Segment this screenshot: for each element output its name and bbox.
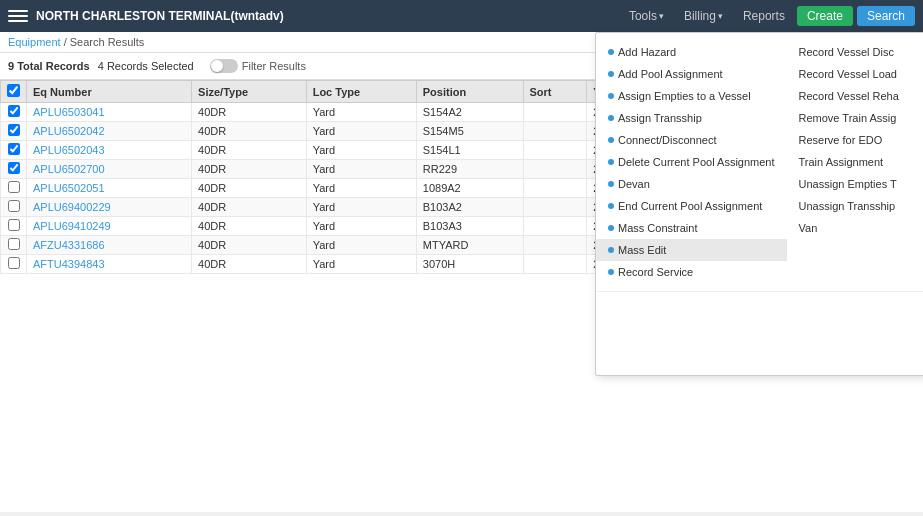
menu-item[interactable]: End Current Pool Assignment [596, 195, 787, 217]
row-checkbox-cell [1, 217, 27, 236]
menu-item-label: Assign Transship [618, 112, 702, 124]
header-size-type: Size/Type [192, 81, 307, 103]
row-checkbox[interactable] [8, 162, 20, 174]
breadcrumb-search-results: Search Results [70, 36, 145, 48]
cell-position: MTYARD [416, 236, 523, 255]
cell-sort [523, 141, 587, 160]
row-checkbox[interactable] [8, 143, 20, 155]
cell-position: S154L1 [416, 141, 523, 160]
menu-item[interactable]: Connect/Disconnect [596, 129, 787, 151]
row-checkbox-cell [1, 179, 27, 198]
cell-position: S154M5 [416, 122, 523, 141]
menu-item[interactable]: Record Service [596, 261, 787, 283]
menu-item[interactable]: Assign Empties to a Vessel [596, 85, 787, 107]
row-checkbox[interactable] [8, 238, 20, 250]
row-checkbox[interactable] [8, 200, 20, 212]
search-button[interactable]: Search [857, 6, 915, 26]
menu-item[interactable]: Unassign Empties T [787, 173, 923, 195]
tools-dropdown-arrow: ▾ [659, 11, 664, 21]
row-checkbox[interactable] [8, 105, 20, 117]
menu-item[interactable]: Assign Transship [596, 107, 787, 129]
menu-column-2: Record Vessel DiscRecord Vessel LoadReco… [787, 37, 923, 287]
select-all-checkbox[interactable] [7, 84, 20, 97]
filter-toggle-switch[interactable] [210, 59, 238, 73]
row-checkbox[interactable] [8, 181, 20, 193]
cell-sort [523, 236, 587, 255]
header-loc-type: Loc Type [306, 81, 416, 103]
menu-item-label: Reserve for EDO [799, 134, 883, 146]
menu-bullet [608, 49, 614, 55]
row-checkbox[interactable] [8, 219, 20, 231]
menu-item[interactable]: Unassign Transship [787, 195, 923, 217]
row-checkbox[interactable] [8, 257, 20, 269]
cell-position: 3070H [416, 255, 523, 274]
dropdown-bottom-area [596, 291, 923, 371]
menu-item[interactable]: Record Vessel Reha [787, 85, 923, 107]
nav-items: Tools ▾ Billing ▾ Reports Create Search [621, 5, 915, 27]
menu-bullet [608, 93, 614, 99]
cell-loc-type: Yard [306, 141, 416, 160]
cell-size-type: 40DR [192, 217, 307, 236]
menu-bullet [608, 181, 614, 187]
nav-billing[interactable]: Billing ▾ [676, 5, 731, 27]
cell-eq-number: APLU6502700 [27, 160, 192, 179]
row-checkbox-cell [1, 103, 27, 122]
row-checkbox-cell [1, 198, 27, 217]
menu-item[interactable]: Record Vessel Load [787, 63, 923, 85]
menu-item[interactable]: Mass Constraint [596, 217, 787, 239]
cell-size-type: 40DR [192, 160, 307, 179]
menu-bullet [608, 203, 614, 209]
cell-eq-number: AFTU4394843 [27, 255, 192, 274]
menu-item-label: Remove Train Assig [799, 112, 897, 124]
menu-item-label: Add Hazard [618, 46, 676, 58]
row-checkbox-cell [1, 141, 27, 160]
cell-sort [523, 217, 587, 236]
menu-item[interactable]: Van [787, 217, 923, 239]
create-button[interactable]: Create [797, 6, 853, 26]
menu-item[interactable]: Train Assignment [787, 151, 923, 173]
row-checkbox-cell [1, 122, 27, 141]
cell-loc-type: Yard [306, 160, 416, 179]
context-dropdown-menu: Add HazardAdd Pool AssignmentAssign Empt… [595, 32, 923, 376]
cell-size-type: 40DR [192, 198, 307, 217]
menu-item[interactable]: Add Hazard [596, 41, 787, 63]
header-sort: Sort [523, 81, 587, 103]
menu-bullet [608, 247, 614, 253]
menu-bullet [608, 225, 614, 231]
menu-item[interactable]: Reserve for EDO [787, 129, 923, 151]
menu-item-label: Record Vessel Disc [799, 46, 894, 58]
menu-item[interactable]: Delete Current Pool Assignment [596, 151, 787, 173]
header-eq-number: Eq Number [27, 81, 192, 103]
cell-loc-type: Yard [306, 179, 416, 198]
nav-reports[interactable]: Reports [735, 5, 793, 27]
menu-item[interactable]: Record Vessel Disc [787, 41, 923, 63]
breadcrumb-equipment[interactable]: Equipment [8, 36, 61, 48]
menu-bullet [608, 71, 614, 77]
cell-position: S154A2 [416, 103, 523, 122]
hamburger-menu[interactable] [8, 6, 28, 26]
cell-position: 1089A2 [416, 179, 523, 198]
cell-size-type: 40DR [192, 255, 307, 274]
menu-item[interactable]: Devan [596, 173, 787, 195]
nav-tools[interactable]: Tools ▾ [621, 5, 672, 27]
cell-size-type: 40DR [192, 103, 307, 122]
cell-sort [523, 160, 587, 179]
menu-item-label: Unassign Transship [799, 200, 896, 212]
menu-item[interactable]: Remove Train Assig [787, 107, 923, 129]
menu-item[interactable]: Add Pool Assignment [596, 63, 787, 85]
menu-item-label: Train Assignment [799, 156, 884, 168]
cell-size-type: 40DR [192, 236, 307, 255]
app-title: NORTH CHARLESTON TERMINAL(twntadv) [36, 9, 613, 23]
cell-eq-number: APLU6502051 [27, 179, 192, 198]
top-nav: NORTH CHARLESTON TERMINAL(twntadv) Tools… [0, 0, 923, 32]
cell-eq-number: APLU6502043 [27, 141, 192, 160]
menu-item-label: Unassign Empties T [799, 178, 897, 190]
menu-column-1: Add HazardAdd Pool AssignmentAssign Empt… [596, 37, 787, 287]
menu-item-label: Mass Constraint [618, 222, 697, 234]
cell-loc-type: Yard [306, 198, 416, 217]
row-checkbox[interactable] [8, 124, 20, 136]
menu-item[interactable]: Mass Edit [596, 239, 787, 261]
row-checkbox-cell [1, 236, 27, 255]
cell-size-type: 40DR [192, 122, 307, 141]
row-checkbox-cell [1, 160, 27, 179]
